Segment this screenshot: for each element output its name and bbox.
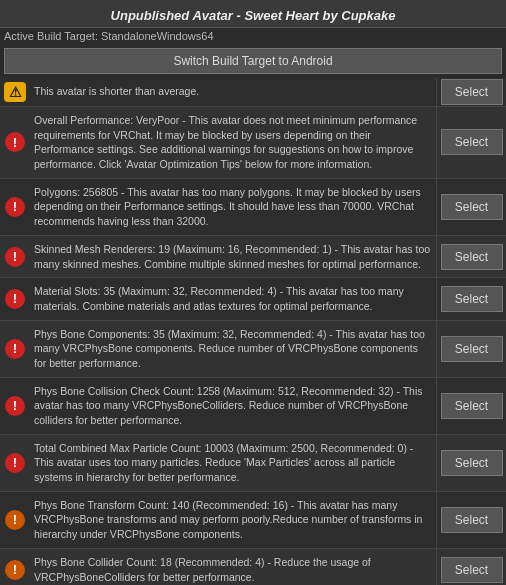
warning-text: Material Slots: 35 (Maximum: 32, Recomme… — [30, 278, 436, 319]
select-cell: Select — [436, 179, 506, 235]
warning-text: Phys Bone Components: 35 (Maximum: 32, R… — [30, 321, 436, 377]
list-item: !Skinned Mesh Renderers: 19 (Maximum: 16… — [0, 236, 506, 278]
select-button[interactable]: Select — [441, 194, 503, 220]
warning-icon: ! — [0, 278, 30, 319]
warning-text: Polygons: 256805 - This avatar has too m… — [30, 179, 436, 235]
select-cell: Select — [436, 321, 506, 377]
select-button[interactable]: Select — [441, 557, 503, 583]
warning-icon: ! — [0, 549, 30, 585]
list-item: !Phys Bone Transform Count: 140 (Recomme… — [0, 492, 506, 549]
list-item: !Total Combined Max Particle Count: 1000… — [0, 435, 506, 492]
select-button[interactable]: Select — [441, 244, 503, 270]
select-cell: Select — [436, 549, 506, 585]
header: Unpublished Avatar - Sweet Heart by Cupk… — [0, 0, 506, 74]
list-item: !Polygons: 256805 - This avatar has too … — [0, 179, 506, 236]
warning-text: Total Combined Max Particle Count: 10003… — [30, 435, 436, 491]
select-cell: Select — [436, 78, 506, 106]
list-item: ⚠This avatar is shorter than average.Sel… — [0, 78, 506, 107]
warnings-list: ⚠This avatar is shorter than average.Sel… — [0, 78, 506, 585]
warning-text: Phys Bone Collision Check Count: 1258 (M… — [30, 378, 436, 434]
page-title: Unpublished Avatar - Sweet Heart by Cupk… — [4, 8, 502, 23]
list-item: !Phys Bone Components: 35 (Maximum: 32, … — [0, 321, 506, 378]
select-cell: Select — [436, 107, 506, 178]
select-button[interactable]: Select — [441, 450, 503, 476]
select-cell: Select — [436, 278, 506, 319]
list-item: !Overall Performance: VeryPoor - This av… — [0, 107, 506, 179]
select-button[interactable]: Select — [441, 336, 503, 362]
warning-icon: ! — [0, 435, 30, 491]
select-button[interactable]: Select — [441, 286, 503, 312]
warning-text: Skinned Mesh Renderers: 19 (Maximum: 16,… — [30, 236, 436, 277]
warning-text: Phys Bone Transform Count: 140 (Recommen… — [30, 492, 436, 548]
warning-icon: ⚠ — [0, 78, 30, 106]
select-button[interactable]: Select — [441, 507, 503, 533]
warning-icon: ! — [0, 321, 30, 377]
warning-text: Phys Bone Collider Count: 18 (Recommende… — [30, 549, 436, 585]
warning-icon: ! — [0, 179, 30, 235]
warning-icon: ! — [0, 107, 30, 178]
list-item: !Phys Bone Collision Check Count: 1258 (… — [0, 378, 506, 435]
warning-text: This avatar is shorter than average. — [30, 78, 436, 106]
warning-icon: ! — [0, 492, 30, 548]
select-button[interactable]: Select — [441, 79, 503, 105]
select-button[interactable]: Select — [441, 129, 503, 155]
select-cell: Select — [436, 378, 506, 434]
list-item: !Material Slots: 35 (Maximum: 32, Recomm… — [0, 278, 506, 320]
select-cell: Select — [436, 435, 506, 491]
select-button[interactable]: Select — [441, 393, 503, 419]
select-cell: Select — [436, 492, 506, 548]
list-item: !Phys Bone Collider Count: 18 (Recommend… — [0, 549, 506, 585]
select-cell: Select — [436, 236, 506, 277]
switch-build-target-button[interactable]: Switch Build Target to Android — [4, 48, 502, 74]
build-target-label: Active Build Target: StandaloneWindows64 — [0, 28, 506, 44]
warning-icon: ! — [0, 378, 30, 434]
warning-text: Overall Performance: VeryPoor - This ava… — [30, 107, 436, 178]
warning-icon: ! — [0, 236, 30, 277]
